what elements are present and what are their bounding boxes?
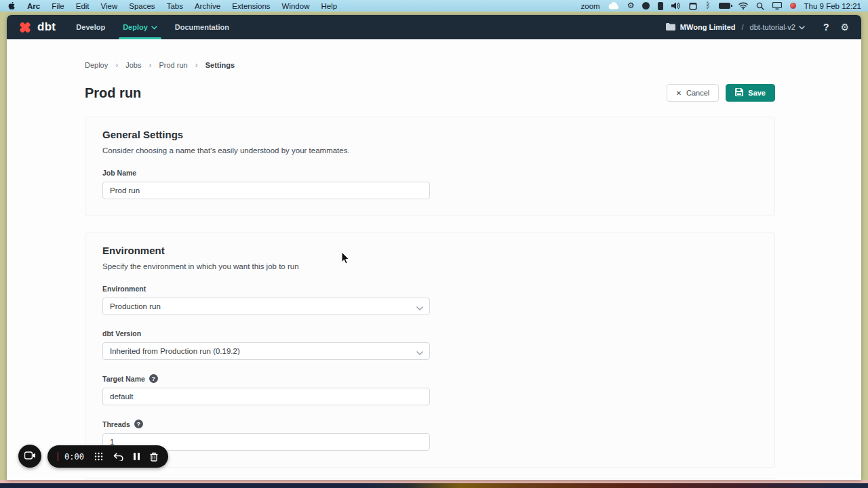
- dbt-logo-icon: [18, 20, 33, 35]
- apple-menu-icon[interactable]: [8, 1, 16, 10]
- environment-card: Environment Specify the environment in w…: [85, 232, 775, 468]
- undo-icon[interactable]: [113, 453, 123, 461]
- dbt-version-select[interactable]: Inherited from Production run (0.19.2): [102, 342, 430, 360]
- dbt-version-label: dbt Version: [102, 329, 141, 338]
- target-name-help-icon[interactable]: ?: [149, 374, 158, 383]
- wallpaper-bottom-strip: [0, 483, 868, 488]
- chevron-down-icon: [416, 349, 423, 357]
- account-project-separator: /: [742, 23, 744, 31]
- job-name-input[interactable]: [102, 182, 430, 199]
- job-name-label: Job Name: [102, 169, 136, 177]
- project-selector[interactable]: dbt-tutorial-v2: [750, 23, 805, 31]
- menu-edit[interactable]: Edit: [76, 2, 90, 10]
- chevron-down-icon: [416, 304, 423, 312]
- environment-select-label: Environment: [102, 285, 146, 293]
- browser-window: dbt Develop Deploy Documentation MWong L…: [7, 15, 861, 480]
- battery-icon[interactable]: [719, 1, 730, 10]
- wifi-icon[interactable]: [738, 1, 748, 10]
- close-icon: ✕: [676, 89, 682, 97]
- volume-icon[interactable]: [671, 1, 681, 10]
- menu-file[interactable]: File: [52, 2, 64, 10]
- target-name-input[interactable]: [102, 388, 430, 405]
- menu-window[interactable]: Window: [282, 2, 310, 10]
- battery-vertical-icon[interactable]: [658, 1, 663, 10]
- threads-help-icon[interactable]: ?: [134, 420, 143, 428]
- chevron-down-icon: [799, 23, 805, 31]
- environment-heading: Environment: [102, 245, 757, 256]
- breadcrumb-separator: ›: [195, 60, 198, 70]
- environment-variables-card: Environment Variables Job level override…: [85, 479, 775, 480]
- nav-item-develop[interactable]: Develop: [76, 15, 105, 39]
- environment-select[interactable]: Production run: [102, 298, 430, 315]
- breadcrumb-separator: ›: [115, 60, 118, 70]
- breadcrumb-settings: Settings: [205, 61, 235, 69]
- nav-item-deploy[interactable]: Deploy: [123, 15, 157, 39]
- breadcrumb-prod-run[interactable]: Prod run: [159, 61, 188, 69]
- bluetooth-icon[interactable]: ᛒ: [705, 1, 710, 10]
- help-icon[interactable]: ?: [823, 22, 829, 33]
- cancel-button[interactable]: ✕ Cancel: [667, 84, 719, 102]
- spotlight-search-icon[interactable]: [756, 1, 764, 10]
- save-floppy-icon: [735, 88, 743, 98]
- menu-help[interactable]: Help: [321, 2, 337, 10]
- nav-item-documentation[interactable]: Documentation: [175, 15, 229, 39]
- general-settings-heading: General Settings: [102, 129, 757, 140]
- macos-menubar: Arc File Edit View Spaces Tabs Archive E…: [0, 0, 868, 12]
- threads-label: Threads: [102, 420, 130, 428]
- tools-grid-icon[interactable]: [94, 452, 103, 461]
- screen-recording-indicator-icon[interactable]: [790, 1, 796, 10]
- video-camera-icon: [24, 450, 36, 462]
- cloud-icon[interactable]: [608, 1, 619, 10]
- pause-icon[interactable]: [134, 453, 140, 460]
- breadcrumb-jobs[interactable]: Jobs: [125, 61, 141, 69]
- breadcrumb-separator: ›: [149, 60, 152, 70]
- target-name-label: Target Name: [102, 375, 145, 383]
- gear-menubar-icon[interactable]: ⚙: [627, 1, 635, 10]
- dbt-brand-name: dbt: [37, 20, 56, 34]
- account-name[interactable]: MWong Limited: [680, 23, 736, 31]
- settings-gear-icon[interactable]: ⚙: [840, 22, 849, 32]
- general-settings-card: General Settings Consider choosing a nam…: [85, 117, 775, 216]
- save-button[interactable]: Save: [726, 84, 775, 102]
- environment-subheading: Specify the environment in which you wan…: [102, 262, 757, 270]
- menu-zoom-app[interactable]: zoom: [581, 2, 600, 10]
- menu-view[interactable]: View: [101, 2, 118, 10]
- menu-extensions[interactable]: Extensions: [232, 2, 270, 10]
- chevron-down-icon: [151, 23, 157, 31]
- display-mirroring-icon[interactable]: [772, 1, 782, 10]
- recorder-camera-button[interactable]: [18, 445, 41, 468]
- general-settings-subheading: Consider choosing a name that's easily u…: [102, 146, 757, 155]
- breadcrumb-deploy[interactable]: Deploy: [85, 61, 108, 69]
- recording-timer: 0:00: [64, 452, 84, 462]
- menubar-clock[interactable]: Thu 9 Feb 12:21: [804, 2, 861, 10]
- trash-icon[interactable]: [150, 452, 158, 462]
- dbt-brand[interactable]: dbt: [18, 15, 56, 39]
- page-title: Prod run: [85, 85, 141, 101]
- calendar-icon[interactable]: [689, 1, 697, 10]
- menu-spaces[interactable]: Spaces: [129, 2, 155, 10]
- folder-icon: [666, 23, 675, 32]
- dark-circle-app-icon[interactable]: [642, 1, 650, 10]
- page-body: Deploy › Jobs › Prod run › Settings Prod…: [7, 39, 861, 480]
- menu-archive[interactable]: Archive: [195, 2, 220, 10]
- breadcrumb: Deploy › Jobs › Prod run › Settings: [85, 39, 775, 70]
- menu-tabs[interactable]: Tabs: [167, 2, 183, 10]
- dbt-navbar: dbt Develop Deploy Documentation MWong L…: [7, 15, 861, 39]
- menu-app-name[interactable]: Arc: [27, 2, 40, 10]
- recorder-toolbar: 0:00: [47, 445, 168, 468]
